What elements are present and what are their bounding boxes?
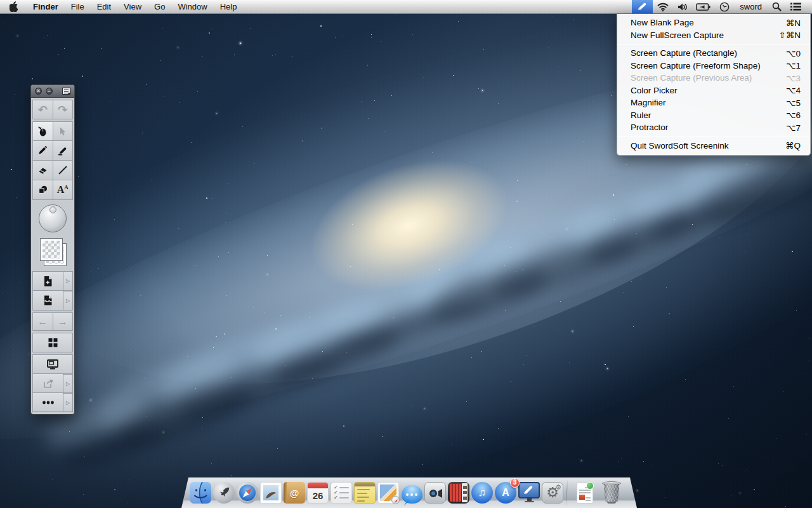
tool-line[interactable] [53,160,74,180]
menubar-item-view[interactable]: View [117,0,148,13]
tool-color-ball[interactable] [32,202,73,235]
menubar-item-label: Finder [33,2,58,11]
dock-icon-finder[interactable] [190,481,211,504]
menubar-item-help[interactable]: Help [214,0,244,13]
tool-pencil[interactable] [32,140,53,161]
palette-row [32,202,73,235]
dock-icon-system-preferences[interactable]: ⚙⚙ [542,481,563,504]
dock-icon-contacts[interactable]: @ [284,481,305,504]
tool-palette: ✕ – ↶↷AA▷▷←→▷▷ [30,84,75,415]
tool-capture[interactable] [32,290,63,311]
menubar-item-label: Help [220,2,237,11]
username-label: sword [740,2,762,11]
menu-item-new-blank-page[interactable]: New Blank Page⌘N [617,17,810,29]
menubar-item-edit[interactable]: Edit [91,0,117,13]
menu-item-screen-capture-freeform-shape[interactable]: Screen Capture (Freeform Shape)⌥1 [617,60,810,72]
tool-submenu-arrow[interactable]: ▷ [63,291,73,311]
menu-item-shortcut: ⇧⌘N [778,30,801,40]
menu-item-shortcut: ⌥3 [786,73,801,83]
palette-row: AA [32,180,73,200]
dock-icon-photo-booth[interactable] [448,481,469,504]
menu-item-label: Screen Capture (Freeform Shape) [631,61,786,70]
tool-monitor[interactable] [32,354,73,374]
dock-icon-trash[interactable] [601,481,622,504]
palette-row: ▷ [32,374,73,393]
palette-section [32,333,73,352]
menu-item-new-fullscreen-capture[interactable]: New FullScreen Capture⇧⌘N [617,29,810,42]
menu-item-label: Color Picker [631,86,786,95]
wifi-menu[interactable] [653,0,673,13]
clock-menu[interactable] [715,0,734,13]
tool-eraser[interactable] [32,160,53,180]
tool-more[interactable] [32,392,63,412]
menu-item-protractor[interactable]: Protractor⌥7 [617,121,810,134]
dock-icon-maps[interactable] [377,481,399,504]
palette-section: ▷▷ [32,354,73,412]
dock-icon-facetime[interactable] [424,481,446,504]
dock-icon-screenink[interactable] [518,481,540,504]
tool-submenu-arrow[interactable]: ▷ [63,393,73,412]
menu-separator [617,137,810,137]
dock-icon-calendar[interactable]: 26 [307,481,329,504]
palette-row [32,235,73,269]
dock-icon-reminders[interactable]: ✓✓✓ [331,481,352,504]
volume-icon [678,3,687,11]
dock-icon-mail[interactable] [260,481,282,504]
menubar-item-label: File [71,2,84,11]
screenink-menu-extra[interactable] [632,0,653,13]
menu-item-quit-swordsoft-screenink[interactable]: Quit SwordSoft Screenink⌘Q [617,140,810,152]
menu-item-magnifier[interactable]: Magnifier⌥5 [617,97,810,109]
tool-marker[interactable] [53,140,74,161]
tool-submenu-arrow[interactable]: ▷ [63,374,73,393]
dock-icon-notes[interactable] [354,481,376,504]
spotlight-menu[interactable] [768,0,786,13]
volume-menu[interactable] [673,0,691,13]
palette-close-button[interactable]: ✕ [35,88,42,95]
tool-redo-disabled: ↷ [53,100,74,119]
menubar-item-window[interactable]: Window [171,0,213,13]
clock-icon [719,2,730,12]
notification-center-menu[interactable] [786,0,806,13]
tool-pages-grid[interactable] [32,333,73,352]
menu-item-label: Magnifier [631,98,786,107]
palette-row: ←→ [32,312,73,331]
palette-menu-button[interactable] [62,88,70,95]
dock-icon-document[interactable] [574,481,596,504]
desktop: FinderFileEditViewGoWindowHelp [0,0,812,508]
tool-undo-disabled: ↶ [32,100,53,119]
tool-text[interactable]: AA [53,180,74,200]
palette-section: AA [32,121,73,200]
palette-minimize-button[interactable]: – [46,88,53,95]
tool-mouse-active[interactable] [32,121,53,141]
tool-submenu-arrow[interactable]: ▷ [63,271,73,291]
menu-item-shortcut: ⌥6 [786,110,801,120]
menu-item-shortcut: ⌥7 [786,123,801,133]
menu-bar: FinderFileEditViewGoWindowHelp [0,0,812,14]
palette-row: ▷ [32,271,73,291]
menubar-item-label: Go [154,2,165,11]
dock-icon-launchpad[interactable] [213,481,235,504]
menubar-item-go[interactable]: Go [148,0,171,13]
tool-new-page[interactable] [32,271,63,291]
palette-section: ←→ [32,312,73,331]
dock-icon-messages[interactable] [401,481,422,504]
menu-item-label: Screen Capture (Previous Area) [631,73,786,83]
battery-menu[interactable] [691,0,715,13]
menu-item-color-picker[interactable]: Color Picker⌥4 [617,84,810,97]
palette-titlebar[interactable]: ✕ – [31,85,74,98]
palette-section: ▷▷ [32,271,73,311]
menubar-item-finder[interactable]: Finder [27,0,65,13]
menu-item-ruler[interactable]: Ruler⌥6 [617,109,810,122]
menu-item-screen-capture-rectangle[interactable]: Screen Capture (Rectangle)⌥0 [617,47,810,60]
dock-icon-itunes[interactable]: ♫ [471,481,493,504]
apple-menu[interactable] [0,0,27,13]
menubar-item-label: Edit [97,2,111,11]
palette-row: ▷ [32,291,73,311]
apple-logo-icon [10,1,18,12]
fast-user-switching-menu[interactable]: sword [734,0,768,13]
dock-icon-safari[interactable] [237,481,258,504]
tool-shapes[interactable] [32,180,53,200]
tool-transparency[interactable] [32,234,73,269]
menubar-item-file[interactable]: File [65,0,91,13]
dock-icon-app-store[interactable]: A3 [495,481,516,504]
